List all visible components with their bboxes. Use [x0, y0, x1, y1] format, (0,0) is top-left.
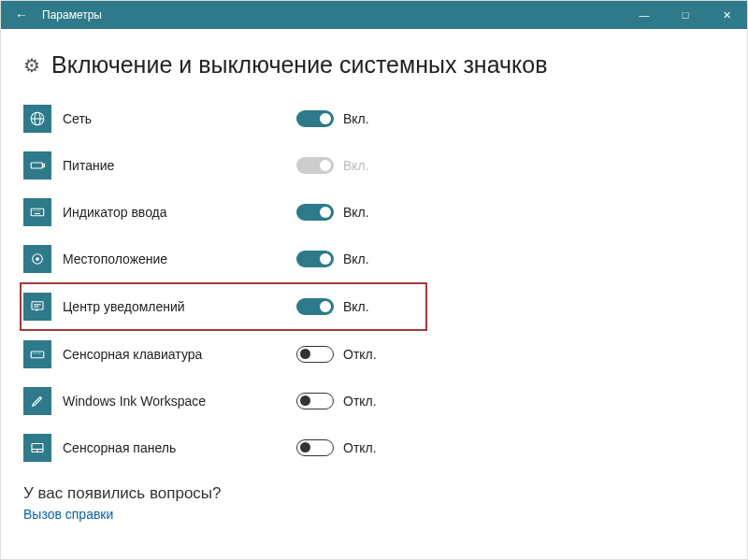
globe-icon: [23, 105, 51, 133]
battery-icon: [23, 151, 51, 179]
svg-rect-3: [31, 163, 42, 168]
page-title: Включение и выключение системных значков: [51, 51, 547, 79]
row-power: Питание Вкл.: [23, 142, 721, 189]
label-ink: Windows Ink Workspace: [63, 394, 296, 409]
pen-icon: [23, 387, 51, 415]
toggle-ink[interactable]: [296, 393, 334, 409]
footer-question: У вас появились вопросы?: [23, 484, 721, 503]
gear-icon: ⚙: [23, 54, 40, 77]
label-power: Питание: [63, 158, 296, 173]
row-touch-keyboard: Сенсорная клавиатура Откл.: [23, 331, 721, 378]
state-power: Вкл.: [343, 158, 369, 173]
toggle-location[interactable]: [296, 251, 334, 267]
toggle-input[interactable]: [296, 204, 334, 221]
state-touchpad: Откл.: [343, 440, 377, 455]
toggle-action-center[interactable]: [296, 298, 334, 315]
svg-rect-4: [43, 165, 45, 167]
location-icon: [23, 245, 51, 273]
svg-rect-13: [32, 302, 43, 309]
state-touch-keyboard: Откл.: [343, 347, 377, 362]
row-network: Сеть Вкл.: [23, 95, 721, 142]
touch-keyboard-icon: [23, 340, 51, 368]
page-heading: ⚙ Включение и выключение системных значк…: [23, 51, 721, 79]
back-button[interactable]: ←: [1, 7, 42, 22]
state-ink: Откл.: [343, 394, 377, 409]
label-location: Местоположение: [63, 251, 296, 266]
state-action-center: Вкл.: [343, 299, 369, 314]
help-link[interactable]: Вызов справки: [23, 507, 721, 522]
toggle-touchpad[interactable]: [296, 439, 334, 456]
toggle-power: [296, 157, 334, 174]
keyboard-icon: [23, 198, 51, 226]
toggle-touch-keyboard[interactable]: [296, 346, 334, 363]
svg-rect-16: [31, 352, 44, 358]
footer: У вас появились вопросы? Вызов справки: [23, 484, 721, 522]
touchpad-icon: [23, 434, 51, 462]
maximize-button[interactable]: □: [665, 9, 706, 21]
row-input: Индикатор ввода Вкл.: [23, 189, 721, 236]
content: ⚙ Включение и выключение системных значк…: [1, 29, 747, 531]
label-input: Индикатор ввода: [63, 205, 296, 220]
minimize-button[interactable]: —: [624, 9, 665, 21]
close-button[interactable]: ✕: [706, 9, 747, 22]
action-center-icon: [23, 293, 51, 321]
label-action-center: Центр уведомлений: [63, 299, 296, 314]
row-location: Местоположение Вкл.: [23, 236, 721, 282]
state-location: Вкл.: [343, 251, 369, 266]
label-touchpad: Сенсорная панель: [63, 440, 296, 455]
state-network: Вкл.: [343, 111, 369, 126]
svg-point-12: [36, 257, 39, 261]
window-title: Параметры: [42, 8, 102, 22]
titlebar: ← Параметры — □ ✕: [1, 1, 747, 29]
label-network: Сеть: [63, 111, 296, 126]
row-action-center: Центр уведомлений Вкл.: [20, 282, 427, 331]
row-ink: Windows Ink Workspace Откл.: [23, 378, 721, 424]
row-touchpad: Сенсорная панель Откл.: [23, 424, 721, 471]
svg-rect-5: [31, 208, 44, 216]
label-touch-keyboard: Сенсорная клавиатура: [63, 347, 296, 362]
state-input: Вкл.: [343, 205, 369, 220]
toggle-network[interactable]: [296, 110, 334, 127]
